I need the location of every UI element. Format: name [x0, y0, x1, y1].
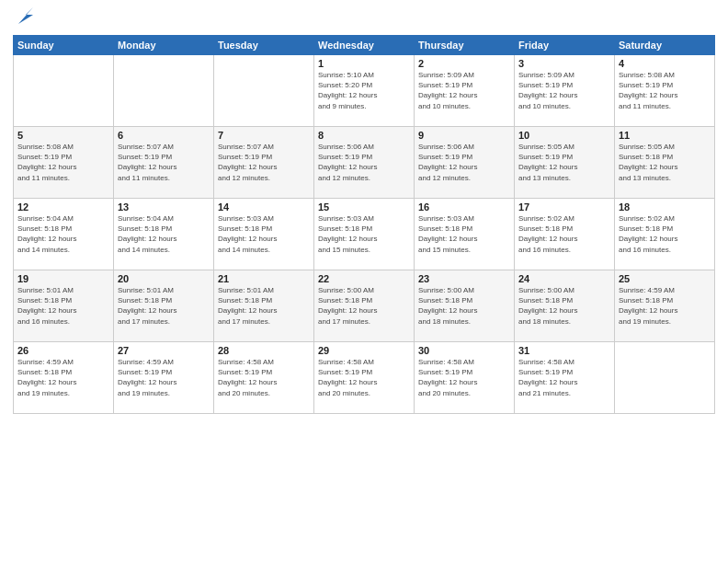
day-info: Sunrise: 5:00 AM Sunset: 5:18 PM Dayligh… — [318, 285, 410, 327]
day-number: 23 — [418, 273, 510, 284]
calendar-cell: 2Sunrise: 5:09 AM Sunset: 5:19 PM Daylig… — [415, 55, 515, 127]
calendar-cell: 16Sunrise: 5:03 AM Sunset: 5:18 PM Dayli… — [415, 199, 515, 270]
weekday-header-row: SundayMondayTuesdayWednesdayThursdayFrid… — [14, 36, 715, 55]
day-info: Sunrise: 5:02 AM Sunset: 5:18 PM Dayligh… — [619, 213, 711, 255]
day-info: Sunrise: 5:03 AM Sunset: 5:18 PM Dayligh… — [418, 213, 510, 255]
calendar-cell — [114, 55, 214, 127]
day-info: Sunrise: 5:07 AM Sunset: 5:19 PM Dayligh… — [218, 142, 310, 183]
calendar-cell: 1Sunrise: 5:10 AM Sunset: 5:20 PM Daylig… — [314, 55, 415, 127]
weekday-header-monday: Monday — [114, 36, 214, 55]
calendar-cell: 9Sunrise: 5:06 AM Sunset: 5:19 PM Daylig… — [415, 127, 515, 199]
day-number: 29 — [318, 345, 410, 356]
week-row-3: 12Sunrise: 5:04 AM Sunset: 5:18 PM Dayli… — [14, 199, 715, 270]
day-info: Sunrise: 5:08 AM Sunset: 5:19 PM Dayligh… — [619, 70, 711, 111]
calendar-cell: 28Sunrise: 4:58 AM Sunset: 5:19 PM Dayli… — [214, 342, 314, 414]
day-number: 3 — [518, 58, 610, 69]
day-info: Sunrise: 5:09 AM Sunset: 5:19 PM Dayligh… — [518, 70, 610, 111]
week-row-5: 26Sunrise: 4:59 AM Sunset: 5:18 PM Dayli… — [14, 342, 715, 414]
day-number: 30 — [418, 345, 510, 356]
day-number: 13 — [118, 201, 210, 213]
day-info: Sunrise: 5:05 AM Sunset: 5:19 PM Dayligh… — [518, 142, 610, 183]
calendar-cell: 5Sunrise: 5:08 AM Sunset: 5:19 PM Daylig… — [14, 127, 114, 199]
day-info: Sunrise: 4:59 AM Sunset: 5:18 PM Dayligh… — [619, 285, 711, 327]
calendar-table: SundayMondayTuesdayWednesdayThursdayFrid… — [13, 35, 715, 414]
day-info: Sunrise: 5:07 AM Sunset: 5:19 PM Dayligh… — [118, 142, 210, 183]
page-header — [13, 9, 715, 28]
week-row-4: 19Sunrise: 5:01 AM Sunset: 5:18 PM Dayli… — [14, 270, 715, 342]
day-number: 2 — [418, 58, 510, 69]
day-info: Sunrise: 5:06 AM Sunset: 5:19 PM Dayligh… — [418, 142, 510, 183]
week-row-1: 1Sunrise: 5:10 AM Sunset: 5:20 PM Daylig… — [14, 55, 715, 127]
calendar-cell: 19Sunrise: 5:01 AM Sunset: 5:18 PM Dayli… — [14, 270, 114, 342]
day-number: 17 — [518, 201, 610, 213]
calendar-cell: 17Sunrise: 5:02 AM Sunset: 5:18 PM Dayli… — [515, 199, 615, 270]
calendar-cell: 18Sunrise: 5:02 AM Sunset: 5:18 PM Dayli… — [615, 199, 715, 270]
svg-marker-0 — [18, 7, 33, 24]
day-number: 21 — [218, 273, 310, 284]
day-number: 27 — [118, 345, 210, 356]
logo — [13, 9, 37, 28]
day-number: 22 — [318, 273, 410, 284]
calendar-cell — [615, 342, 715, 414]
day-number: 6 — [118, 130, 210, 141]
calendar-cell: 24Sunrise: 5:00 AM Sunset: 5:18 PM Dayli… — [515, 270, 615, 342]
day-number: 7 — [218, 130, 310, 141]
calendar-cell: 25Sunrise: 4:59 AM Sunset: 5:18 PM Dayli… — [615, 270, 715, 342]
day-number: 26 — [17, 345, 109, 356]
day-info: Sunrise: 5:04 AM Sunset: 5:18 PM Dayligh… — [118, 213, 210, 255]
day-info: Sunrise: 5:04 AM Sunset: 5:18 PM Dayligh… — [17, 213, 109, 255]
day-info: Sunrise: 4:59 AM Sunset: 5:19 PM Dayligh… — [118, 357, 210, 398]
day-number: 11 — [619, 130, 711, 141]
day-info: Sunrise: 4:58 AM Sunset: 5:19 PM Dayligh… — [218, 357, 310, 398]
day-number: 20 — [118, 273, 210, 284]
day-info: Sunrise: 4:58 AM Sunset: 5:19 PM Dayligh… — [318, 357, 410, 398]
weekday-header-sunday: Sunday — [14, 36, 114, 55]
day-number: 18 — [619, 201, 711, 213]
day-number: 24 — [518, 273, 610, 284]
calendar-cell: 11Sunrise: 5:05 AM Sunset: 5:18 PM Dayli… — [615, 127, 715, 199]
day-info: Sunrise: 5:00 AM Sunset: 5:18 PM Dayligh… — [518, 285, 610, 327]
calendar-cell: 29Sunrise: 4:58 AM Sunset: 5:19 PM Dayli… — [314, 342, 415, 414]
weekday-header-wednesday: Wednesday — [314, 36, 415, 55]
calendar-cell: 20Sunrise: 5:01 AM Sunset: 5:18 PM Dayli… — [114, 270, 214, 342]
day-number: 14 — [218, 201, 310, 213]
calendar-cell: 3Sunrise: 5:09 AM Sunset: 5:19 PM Daylig… — [515, 55, 615, 127]
calendar-cell: 14Sunrise: 5:03 AM Sunset: 5:18 PM Dayli… — [214, 199, 314, 270]
day-number: 9 — [418, 130, 510, 141]
calendar-cell: 6Sunrise: 5:07 AM Sunset: 5:19 PM Daylig… — [114, 127, 214, 199]
day-info: Sunrise: 5:02 AM Sunset: 5:18 PM Dayligh… — [518, 213, 610, 255]
calendar-cell: 15Sunrise: 5:03 AM Sunset: 5:18 PM Dayli… — [314, 199, 415, 270]
calendar-cell: 30Sunrise: 4:58 AM Sunset: 5:19 PM Dayli… — [415, 342, 515, 414]
weekday-header-tuesday: Tuesday — [214, 36, 314, 55]
day-info: Sunrise: 5:08 AM Sunset: 5:19 PM Dayligh… — [17, 142, 109, 183]
calendar-cell: 27Sunrise: 4:59 AM Sunset: 5:19 PM Dayli… — [114, 342, 214, 414]
day-number: 8 — [318, 130, 410, 141]
day-number: 15 — [318, 201, 410, 213]
weekday-header-saturday: Saturday — [615, 36, 715, 55]
day-info: Sunrise: 5:09 AM Sunset: 5:19 PM Dayligh… — [418, 70, 510, 111]
day-info: Sunrise: 5:03 AM Sunset: 5:18 PM Dayligh… — [218, 213, 310, 255]
day-info: Sunrise: 4:59 AM Sunset: 5:18 PM Dayligh… — [17, 357, 109, 398]
day-info: Sunrise: 5:03 AM Sunset: 5:18 PM Dayligh… — [318, 213, 410, 255]
logo-icon — [15, 6, 37, 28]
day-info: Sunrise: 5:01 AM Sunset: 5:18 PM Dayligh… — [17, 285, 109, 327]
day-info: Sunrise: 5:01 AM Sunset: 5:18 PM Dayligh… — [118, 285, 210, 327]
day-info: Sunrise: 5:00 AM Sunset: 5:18 PM Dayligh… — [418, 285, 510, 327]
day-number: 19 — [17, 273, 109, 284]
day-info: Sunrise: 5:05 AM Sunset: 5:18 PM Dayligh… — [619, 142, 711, 183]
day-number: 28 — [218, 345, 310, 356]
calendar-cell: 13Sunrise: 5:04 AM Sunset: 5:18 PM Dayli… — [114, 199, 214, 270]
day-number: 10 — [518, 130, 610, 141]
calendar-cell: 7Sunrise: 5:07 AM Sunset: 5:19 PM Daylig… — [214, 127, 314, 199]
calendar-page: SundayMondayTuesdayWednesdayThursdayFrid… — [0, 0, 728, 563]
day-info: Sunrise: 5:10 AM Sunset: 5:20 PM Dayligh… — [318, 70, 410, 111]
day-info: Sunrise: 5:06 AM Sunset: 5:19 PM Dayligh… — [318, 142, 410, 183]
weekday-header-thursday: Thursday — [415, 36, 515, 55]
calendar-cell — [14, 55, 114, 127]
day-number: 12 — [17, 201, 109, 213]
calendar-cell: 31Sunrise: 4:58 AM Sunset: 5:19 PM Dayli… — [515, 342, 615, 414]
weekday-header-friday: Friday — [515, 36, 615, 55]
calendar-cell — [214, 55, 314, 127]
calendar-cell: 21Sunrise: 5:01 AM Sunset: 5:18 PM Dayli… — [214, 270, 314, 342]
calendar-cell: 26Sunrise: 4:59 AM Sunset: 5:18 PM Dayli… — [14, 342, 114, 414]
